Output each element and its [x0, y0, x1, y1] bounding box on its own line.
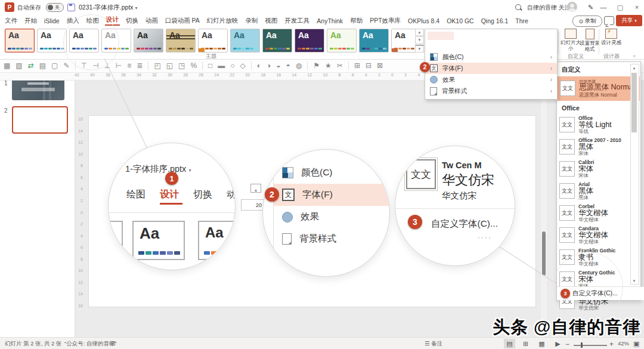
theme-card-2[interactable]: Aa	[37, 29, 67, 52]
minimize-button[interactable]: —	[596, 0, 611, 14]
menu-item-效果[interactable]: 效果›	[425, 74, 557, 85]
theme-card-3[interactable]: Aa	[69, 29, 99, 52]
gallery-more-icon[interactable]: ▼	[415, 45, 424, 52]
menu-item-背景样式[interactable]: 背景样式	[274, 228, 389, 250]
slide-layout-icon[interactable]: ▤	[39, 62, 46, 69]
zoom-slider[interactable]	[574, 345, 607, 346]
tab-切换[interactable]: 切换	[125, 17, 140, 25]
shadow-color-icon[interactable]: ◒	[276, 62, 280, 69]
tab-幻灯片放映[interactable]: 幻灯片放映	[206, 17, 240, 25]
panel-scrollbar[interactable]: ▲ ▼	[630, 64, 639, 285]
bring-front-icon[interactable]: ◰	[154, 62, 160, 69]
font-item-7[interactable]: 文文Franklin Gothic隶书华文楷体	[557, 246, 640, 268]
menu-item-字体(F)[interactable]: 文字体(F)	[274, 184, 389, 206]
scroll-down-icon[interactable]: ▼	[631, 277, 637, 284]
tab-iSlide[interactable]: iSlide	[43, 17, 61, 24]
tab-AnyThink[interactable]: AnyThink	[315, 17, 344, 24]
avatar[interactable]	[567, 2, 577, 12]
align-left-icon[interactable]: ⊣	[92, 62, 98, 69]
tab-视图[interactable]: 视图	[264, 17, 278, 25]
zoom-slider-thumb[interactable]	[581, 342, 583, 348]
menu-item-效果[interactable]: 效果	[274, 206, 389, 228]
tab-OKPlus 8.4[interactable]: OKPlus 8.4	[407, 17, 441, 24]
fit-to-window-icon[interactable]: ▣	[633, 340, 639, 348]
change-shape-icon[interactable]: ▧	[16, 62, 22, 69]
scroll-thumb[interactable]	[631, 73, 637, 132]
zoom-in-icon[interactable]: +	[609, 340, 614, 348]
maximize-button[interactable]: ▢	[613, 0, 627, 14]
zoom-out-icon[interactable]: −	[565, 340, 569, 348]
merge-shapes-icon[interactable]: ⊞	[354, 62, 360, 69]
scrollbar-thumb[interactable]	[542, 231, 546, 276]
theme-card-12[interactable]: Aa	[359, 29, 389, 52]
flag-icon[interactable]: ⚑	[313, 62, 320, 69]
tab-PPT效率库[interactable]: PPT效率库	[369, 17, 402, 25]
oval-shape-icon[interactable]: ○	[230, 62, 234, 69]
slide-2-thumbnail-selected[interactable]	[12, 106, 68, 134]
diamond-shape-icon[interactable]: ◇	[240, 62, 246, 69]
search-icon[interactable]	[515, 4, 521, 10]
outline-color-icon[interactable]: ◑	[267, 62, 271, 69]
gallery-down-icon[interactable]: ▼	[415, 36, 424, 44]
selection-frame-icon[interactable]: ▢	[51, 62, 58, 69]
menu-item-颜色(C)[interactable]: 颜色(C)›	[425, 51, 557, 63]
align-bottom-icon[interactable]: ⊥	[104, 62, 110, 69]
autosave-toggle[interactable]: 关	[46, 3, 64, 12]
vertical-ruler[interactable]: 1614121086420246810121416	[76, 117, 83, 308]
display-settings-icon[interactable]: ⊡	[110, 340, 115, 347]
format-background-button[interactable]: 设置背景格式	[580, 29, 600, 52]
document-title[interactable]: 0231-字体排序.pptx ▾	[79, 4, 138, 12]
tab-文件[interactable]: 文件	[4, 17, 18, 25]
theme-card-5[interactable]: Aa	[134, 29, 163, 52]
recolor-icon[interactable]: ◍	[296, 62, 302, 69]
reading-view-icon[interactable]: ▦	[536, 339, 547, 348]
subtract-shapes-icon[interactable]: ⊟	[366, 62, 371, 69]
gradient-color-icon[interactable]: ◓	[286, 62, 290, 69]
tab-口袋动画 PA[interactable]: 口袋动画 PA	[164, 17, 201, 25]
rect-shape-icon[interactable]: □	[208, 62, 212, 69]
account-label[interactable]: 自律的音律 关注:	[527, 4, 572, 12]
theme-card-4[interactable]: Aa	[101, 29, 131, 52]
notes-button[interactable]: ☰ 备注	[425, 340, 442, 348]
theme-card-1[interactable]: Aa	[5, 29, 35, 52]
slideshow-icon[interactable]: ▶	[552, 339, 564, 348]
vertical-scrollbar[interactable]: ▼	[541, 80, 547, 336]
font-item-3[interactable]: 文文Calibri宋体宋体	[557, 158, 640, 180]
comments-icon[interactable]	[604, 16, 614, 25]
tab-设计[interactable]: 设计	[105, 16, 120, 26]
favorite-icon[interactable]: ★	[325, 62, 332, 69]
tab-录制[interactable]: 录制	[244, 17, 259, 25]
theme-card-7[interactable]: Aa	[198, 29, 228, 52]
slide-sorter-icon[interactable]: ⊞	[520, 339, 531, 348]
selected-font-item[interactable]: 文文 思源黑体 思源黑体 Normal 思源黑体 Normal	[558, 76, 640, 101]
font-item-6[interactable]: 文文Candara华文楷体华文楷体	[557, 224, 640, 246]
slide-size-button[interactable]: 幻灯片大小	[561, 29, 581, 52]
cut-icon[interactable]: ✂	[337, 62, 343, 69]
font-item-1[interactable]: 文文Office等线 Light等线	[557, 114, 640, 136]
tab-动画[interactable]: 动画	[144, 17, 159, 25]
tab-ThreeD 8[interactable]: ThreeD 8	[514, 17, 528, 24]
close-button[interactable]: ×	[630, 0, 644, 14]
design-ideas-button[interactable]: 设计灵感	[601, 29, 621, 46]
theme-card-11[interactable]: Aa	[327, 29, 357, 52]
swap-position-icon[interactable]: ⇄	[28, 62, 34, 69]
tab-开始[interactable]: 开始	[23, 17, 38, 25]
save-icon[interactable]	[67, 4, 75, 11]
distribute-icon[interactable]: ≣	[137, 62, 143, 69]
insert-table-icon[interactable]: ▦	[4, 62, 10, 69]
pen-icon[interactable]: ✎	[588, 4, 593, 11]
tab-绘图[interactable]: 绘图	[85, 17, 100, 25]
tab-开发工具[interactable]: 开发工具	[283, 17, 311, 25]
theme-card-10[interactable]: Aa	[295, 29, 324, 52]
gallery-up-icon[interactable]: ▲	[415, 29, 424, 36]
font-item-4[interactable]: 文文Arial黑体黑体	[557, 180, 640, 202]
record-button[interactable]: ⊙录制	[572, 16, 602, 27]
menu-item-背景样式[interactable]: 背景样式›	[425, 85, 557, 97]
font-item-2[interactable]: 文文Office 2007 - 2010黑体宋体	[557, 136, 640, 158]
bar-shape-icon[interactable]: ▬	[218, 62, 225, 69]
send-back-icon[interactable]: ◱	[166, 62, 173, 69]
menu-item-字体(F)[interactable]: 文字体(F)›	[425, 63, 557, 74]
font-item-5[interactable]: 文文Corbel华文楷体华文楷体	[557, 202, 640, 224]
tab-Qing 16.1[interactable]: Qing 16.1	[480, 17, 510, 24]
collapse-ribbon-icon[interactable]: ⌄	[632, 52, 637, 58]
